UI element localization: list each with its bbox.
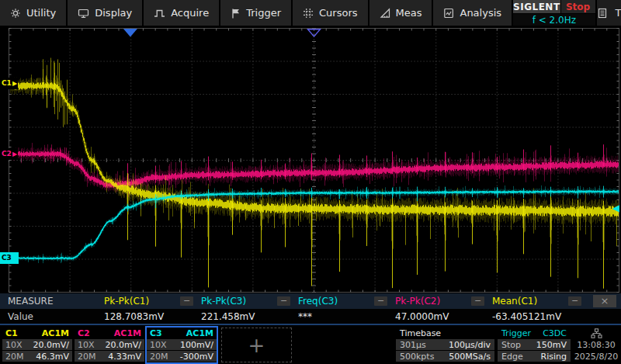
trigger-level-value: 150mV <box>536 340 567 350</box>
acquisition-status-panel: SIGLENT Stop f < 2.0Hz <box>513 0 595 26</box>
channel-id: C1 <box>5 328 18 338</box>
measure-name: Freq(C3) <box>298 296 338 307</box>
channel-scale: 100mV/ <box>180 340 213 350</box>
channel-id: C3 <box>150 328 162 338</box>
channel-coupling: AC1M <box>42 328 69 338</box>
measure-panel: MEASURE Pk-Pk(C1)− Pk-Pk(C3)− Freq(C3)− … <box>0 293 621 325</box>
measure-value: *** <box>297 311 394 322</box>
menu-item-analysis[interactable]: Analysis <box>433 0 512 26</box>
channel-bandwidth: 20M <box>150 352 168 362</box>
channel-offset: 46.3mV <box>36 352 69 362</box>
trigger-box[interactable]: TriggerC3DC Stop150mV EdgeRising <box>498 328 571 362</box>
clock-panel: 13:08:30 2025/8/20 <box>573 328 619 362</box>
measure-icon <box>380 8 390 19</box>
measure-name: Mean(C1) <box>492 296 537 307</box>
run-state-badge[interactable]: Stop <box>561 0 595 13</box>
channel-box-c3[interactable]: C3AC1M 10X100mV/ 20M-300mV <box>147 328 217 362</box>
measure-value: 221.458mV <box>199 311 297 322</box>
measure-name: Pk-Pk(C3) <box>201 296 246 307</box>
channel-coupling: AC1M <box>114 328 141 338</box>
timebase-scale: 100µs/div <box>449 340 491 350</box>
marker-arrow-icon: ▶ <box>13 253 18 263</box>
channel-box-c1[interactable]: C1AC1M 10X20.0mV/ 20M46.3mV <box>2 328 72 362</box>
cursors-icon <box>303 8 314 19</box>
trigger-status: Stop <box>501 340 521 350</box>
measure-item-pkpk-c1[interactable]: Pk-Pk(C1)− <box>102 296 199 307</box>
measure-item-freq-c3[interactable]: Freq(C3)− <box>297 296 394 307</box>
value-row-label: Value <box>0 311 102 322</box>
trigger-slope: Rising <box>541 352 567 362</box>
timebase-label: Timebase <box>400 328 441 338</box>
channel-marker-c1[interactable]: C1▶ <box>0 78 18 89</box>
menu-item-display[interactable]: Display <box>68 0 142 26</box>
measure-value: 128.7083mV <box>102 311 199 322</box>
acquire-icon <box>154 8 165 19</box>
channel-marker-label: C1 <box>2 78 12 88</box>
trigger-side-panel-tab[interactable]: TRIGGER <box>597 0 621 26</box>
timebase-memory-depth: 500kpts <box>400 352 434 362</box>
measure-name: Pk-Pk(C1) <box>104 296 149 307</box>
timebase-sample-rate: 500MSa/s <box>449 352 491 362</box>
timebase-delay: 301µs <box>400 340 426 350</box>
menu-label: Display <box>95 7 132 19</box>
menu-item-trigger[interactable]: Trigger <box>220 0 291 26</box>
menu-item-cursors[interactable]: Cursors <box>293 0 368 26</box>
trigger-frequency-readout: f < 2.0Hz <box>513 14 595 26</box>
list-icon <box>597 8 608 19</box>
trigger-source-coupling: C3DC <box>543 328 567 338</box>
channel-marker-label: C3 <box>2 253 12 263</box>
status-time: 13:08:30 <box>577 340 615 350</box>
trigger-label: Trigger <box>501 328 531 338</box>
marker-arrow-icon: ▶ <box>12 78 17 88</box>
remove-measure-button[interactable]: − <box>471 296 484 306</box>
channel-bandwidth: 20M <box>5 352 24 362</box>
siglent-logo: SIGLENT <box>513 0 560 13</box>
measure-header-row: MEASURE Pk-Pk(C1)− Pk-Pk(C3)− Freq(C3)− … <box>0 293 621 309</box>
channel-marker-label: C2 <box>2 149 12 159</box>
channel-probe: 10X <box>150 340 167 350</box>
trigger-type: Edge <box>501 352 523 362</box>
channel-id: C2 <box>78 328 90 338</box>
close-measure-panel-button[interactable]: × <box>593 295 616 307</box>
channel-marker-c3[interactable]: C3▶ <box>0 252 19 264</box>
menu-label: Utility <box>26 7 56 19</box>
remove-measure-button[interactable]: − <box>180 296 193 306</box>
menu-label: Trigger <box>246 7 281 19</box>
add-channel-button[interactable]: + <box>221 328 292 362</box>
waveform-canvas <box>0 26 621 293</box>
channel-offset: -300mV <box>180 352 213 362</box>
measure-name: Pk-Pk(C2) <box>395 296 440 307</box>
display-icon <box>78 8 89 19</box>
channel-bandwidth: 20M <box>78 352 96 362</box>
side-panel-label: TRIGGER <box>616 7 621 19</box>
menu-bar: Utility Display Acquire Trigger Cursors … <box>0 0 621 26</box>
analysis-icon <box>443 8 454 19</box>
channel-marker-c2[interactable]: C2▶ <box>0 148 18 160</box>
trigger-flag-icon <box>231 8 241 19</box>
menu-item-acquire[interactable]: Acquire <box>144 0 219 26</box>
timebase-box[interactable]: Timebase 301µs100µs/div 500kpts500MSa/s <box>396 328 494 362</box>
channel-box-c2[interactable]: C2AC1M 10X20.0mV/ 20M4.33mV <box>75 328 144 362</box>
measure-item-pkpk-c2[interactable]: Pk-Pk(C2)− <box>394 296 491 307</box>
measure-item-mean-c1[interactable]: Mean(C1)− <box>491 296 588 307</box>
channel-offset: 4.33mV <box>108 352 141 362</box>
status-date: 2025/8/20 <box>574 352 618 362</box>
menu-item-meas[interactable]: Meas <box>369 0 432 26</box>
measure-item-pkpk-c3[interactable]: Pk-Pk(C3)− <box>199 296 297 307</box>
trigger-level-marker[interactable]: ◀ <box>612 203 619 213</box>
remove-measure-button[interactable]: − <box>374 296 387 306</box>
measure-value-row: Value 128.7083mV 221.458mV *** 47.0000mV… <box>0 309 621 324</box>
measure-panel-title: MEASURE <box>0 296 102 307</box>
menu-label: Analysis <box>460 7 501 19</box>
remove-measure-button[interactable]: − <box>277 296 290 306</box>
measure-value: -63.405121mV <box>491 311 588 322</box>
channel-coupling: AC1M <box>186 328 213 338</box>
channel-scale: 20.0mV/ <box>106 340 141 350</box>
marker-arrow-icon: ▶ <box>12 149 17 159</box>
channel-scale: 20.0mV/ <box>33 340 69 350</box>
menu-item-utility[interactable]: Utility <box>0 0 66 26</box>
remove-measure-button[interactable]: − <box>568 296 581 306</box>
gear-icon <box>10 8 21 19</box>
measure-value: 47.0000mV <box>394 311 491 322</box>
waveform-display[interactable]: C1▶ C2▶ C3▶ ◀ <box>0 26 621 293</box>
